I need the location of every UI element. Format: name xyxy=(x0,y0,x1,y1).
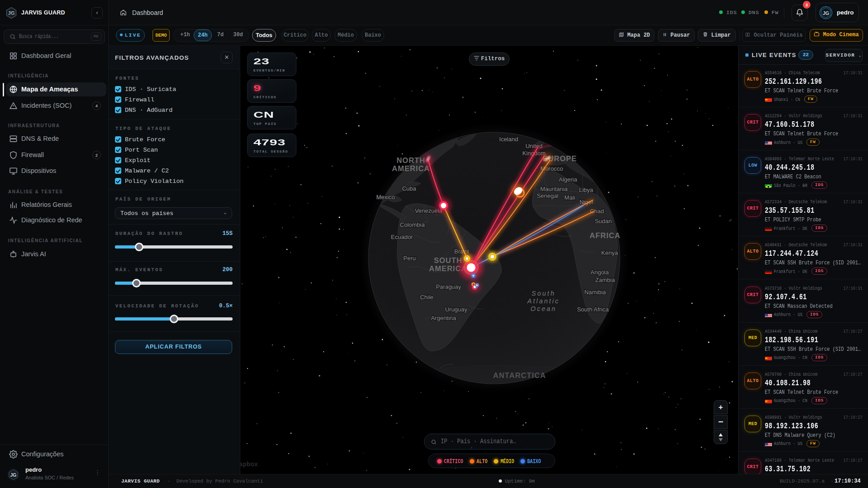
svg-text:Kenya: Kenya xyxy=(601,249,619,256)
svg-text:Mauritania: Mauritania xyxy=(540,186,568,192)
svg-text:Algeria: Algeria xyxy=(559,176,577,183)
svg-text:Sudan: Sudan xyxy=(595,218,612,225)
svg-text:Iceland: Iceland xyxy=(499,136,518,143)
svg-text:Senegal: Senegal xyxy=(537,192,558,199)
svg-text:South Africa: South Africa xyxy=(577,306,609,313)
svg-text:Colombia: Colombia xyxy=(400,221,425,228)
svg-text:Libya: Libya xyxy=(579,187,593,193)
svg-text:Chile: Chile xyxy=(420,294,434,301)
svg-text:South: South xyxy=(532,290,556,297)
svg-text:AMERICA: AMERICA xyxy=(392,164,430,172)
svg-text:Ecuador: Ecuador xyxy=(391,234,413,240)
svg-text:Paraguay: Paraguay xyxy=(436,283,461,290)
svg-text:Atlantic: Atlantic xyxy=(527,297,560,305)
svg-text:Angola: Angola xyxy=(591,269,609,276)
svg-text:Mexico: Mexico xyxy=(376,194,395,201)
svg-text:NORTH: NORTH xyxy=(396,156,425,164)
svg-text:Namibia: Namibia xyxy=(584,289,606,296)
svg-text:Uruguay: Uruguay xyxy=(445,306,467,313)
svg-text:Zambia: Zambia xyxy=(595,277,615,283)
svg-text:ANTARCTICA: ANTARCTICA xyxy=(493,371,546,379)
svg-text:JG: JG xyxy=(823,10,830,16)
svg-text:Cuba: Cuba xyxy=(402,185,416,192)
svg-text:Peru: Peru xyxy=(403,255,415,262)
svg-text:JG: JG xyxy=(10,472,16,478)
svg-text:Mali: Mali xyxy=(564,194,575,201)
svg-text:AFRICA: AFRICA xyxy=(590,231,620,239)
svg-text:Ocean: Ocean xyxy=(530,305,557,312)
svg-text:SOUTH: SOUTH xyxy=(434,256,463,264)
svg-text:JG: JG xyxy=(8,10,14,16)
svg-text:Argentina: Argentina xyxy=(431,315,456,321)
